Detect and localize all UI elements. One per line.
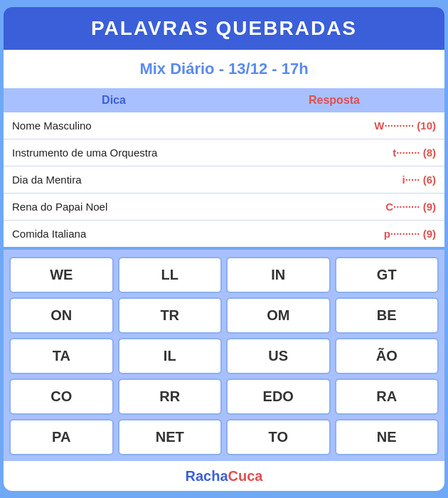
subtitle-text: Mix Diário - 13/12 - 17h — [139, 60, 308, 78]
table-row: Rena do Papai Noel C········· (9) — [4, 194, 444, 221]
footer: RachaCuca — [4, 461, 444, 491]
tile-pa[interactable]: PA — [9, 419, 114, 455]
tile-in[interactable]: IN — [226, 257, 331, 293]
tile-ta[interactable]: TA — [9, 338, 114, 374]
subtitle-bar: Mix Diário - 13/12 - 17h — [4, 50, 444, 88]
tile-net[interactable]: NET — [118, 419, 223, 455]
row-dica-0: Nome Masculino — [12, 120, 224, 132]
table-row: Instrumento de uma Orquestra t········ (… — [4, 139, 444, 166]
row-resposta-1: t········ (8) — [224, 147, 436, 159]
tile-om[interactable]: OM — [226, 297, 331, 334]
row-dica-1: Instrumento de uma Orquestra — [12, 147, 224, 159]
tile-tr[interactable]: TR — [118, 297, 223, 334]
tile-gt[interactable]: GT — [335, 257, 439, 293]
tile-on[interactable]: ON — [9, 297, 114, 334]
table-row: Dia da Mentira i····· (6) — [4, 166, 444, 194]
main-container: PALAVRAS QUEBRADAS Mix Diário - 13/12 - … — [4, 7, 444, 491]
page-header: PALAVRAS QUEBRADAS — [4, 7, 444, 50]
table-row: Nome Masculino W·········· (10) — [4, 112, 444, 139]
tile-be[interactable]: BE — [335, 297, 439, 334]
tile-to[interactable]: TO — [226, 419, 331, 455]
col-header-dica: Dica — [4, 94, 224, 107]
tile-edo[interactable]: EDO — [226, 378, 331, 415]
row-resposta-2: i····· (6) — [224, 174, 436, 186]
tile-o[interactable]: ÃO — [335, 338, 439, 374]
table-body: Nome Masculino W·········· (10) Instrume… — [4, 112, 444, 247]
row-resposta-0: W·········· (10) — [224, 120, 436, 132]
row-dica-2: Dia da Mentira — [12, 174, 224, 186]
table-header-row: Dica Resposta — [4, 88, 444, 112]
clues-table: Dica Resposta Nome Masculino W··········… — [4, 88, 444, 247]
tiles-grid: WELLINGTONTROMBETAILUSÃOCORREDORAPANETTO… — [9, 257, 439, 455]
row-dica-3: Rena do Papai Noel — [12, 201, 224, 213]
tile-we[interactable]: WE — [9, 257, 114, 293]
tiles-section: WELLINGTONTROMBETAILUSÃOCORREDORAPANETTO… — [4, 250, 444, 461]
tile-ne[interactable]: NE — [335, 419, 439, 455]
row-resposta-3: C········· (9) — [224, 201, 436, 213]
brand-logo: RachaCuca — [11, 468, 437, 484]
tile-us[interactable]: US — [226, 338, 331, 374]
col-header-resposta: Resposta — [224, 94, 444, 107]
tile-co[interactable]: CO — [9, 378, 114, 415]
tile-ra[interactable]: RA — [335, 378, 439, 415]
tile-rr[interactable]: RR — [118, 378, 223, 415]
table-row: Comida Italiana p·········· (9) — [4, 221, 444, 247]
row-dica-4: Comida Italiana — [12, 228, 224, 240]
brand-part2: Cuca — [228, 468, 263, 484]
tile-ll[interactable]: LL — [118, 257, 223, 293]
header-title: PALAVRAS QUEBRADAS — [91, 17, 357, 39]
brand-part1: Racha — [186, 468, 228, 484]
row-resposta-4: p·········· (9) — [224, 228, 436, 240]
tile-il[interactable]: IL — [118, 338, 223, 374]
